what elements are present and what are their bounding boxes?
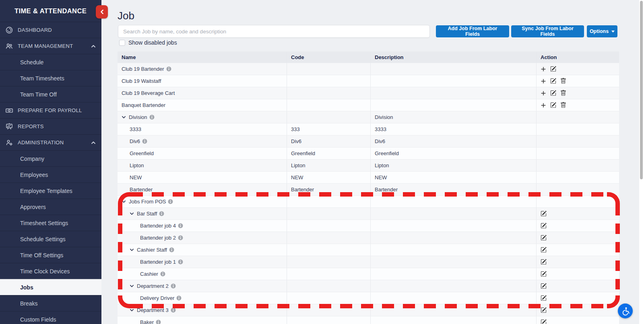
delete-icon[interactable]: [560, 102, 566, 108]
sync-job-from-labor-fields-button[interactable]: Sync Job From Labor Fields: [511, 25, 584, 37]
sidebar-item-custom-fields[interactable]: Custom Fields: [0, 311, 101, 324]
sidebar-item-prepare-for-payroll[interactable]: PREPARE FOR PAYROLL: [0, 102, 101, 118]
job-code: [287, 220, 370, 232]
info-icon[interactable]: [178, 235, 183, 240]
table-row: Lipton Lipton Lipton: [118, 159, 619, 171]
edit-icon[interactable]: [541, 295, 547, 301]
info-icon[interactable]: [160, 271, 165, 277]
job-code: [287, 99, 370, 111]
show-disabled-jobs-checkbox[interactable]: [119, 40, 125, 46]
edit-icon[interactable]: [550, 78, 556, 84]
job-description: [370, 244, 536, 256]
job-name: Club 19 Waitstaff: [122, 78, 161, 84]
info-icon[interactable]: [168, 199, 173, 204]
sidebar-item-administration[interactable]: ADMINISTRATION: [0, 134, 101, 150]
main-content: Job Add Job From Labor Fields Sync Job F…: [101, 0, 644, 324]
jobs-table: Name Code Description Action Club 19 Bar…: [118, 51, 619, 324]
table-row-group: Cashier Staff: [118, 244, 619, 256]
job-description: [370, 304, 536, 316]
chevron-down-icon[interactable]: [122, 199, 126, 204]
payroll-icon: [5, 107, 13, 115]
job-code: [287, 268, 370, 280]
sidebar-item-time-clock-devices[interactable]: Time Clock Devices: [0, 263, 101, 279]
job-name: Bartender job 2: [140, 235, 176, 241]
add-icon[interactable]: [541, 90, 546, 96]
info-icon[interactable]: [178, 223, 183, 228]
table-row: Bartender job 2: [118, 232, 619, 244]
add-icon[interactable]: [541, 78, 546, 84]
job-name: Cashier Staff: [137, 247, 167, 253]
edit-icon[interactable]: [550, 66, 556, 72]
delete-icon[interactable]: [560, 78, 566, 84]
info-icon[interactable]: [169, 247, 174, 252]
job-description: [370, 232, 536, 244]
sidebar-collapse-button[interactable]: [96, 5, 108, 18]
add-icon[interactable]: [541, 66, 546, 72]
job-name: Club 19 Bartender: [122, 66, 164, 72]
info-icon[interactable]: [176, 295, 182, 301]
sidebar-item-label: DASHBOARD: [18, 27, 52, 33]
vertical-scrollbar[interactable]: [639, 0, 644, 324]
edit-icon[interactable]: [541, 247, 547, 253]
sidebar-item-time-off-settings[interactable]: Time Off Settings: [0, 247, 101, 263]
chevron-down-icon[interactable]: [130, 211, 134, 216]
job-name: Division: [129, 114, 147, 120]
sidebar-item-approvers[interactable]: Approvers: [0, 199, 101, 215]
sidebar-item-reports[interactable]: REPORTS: [0, 118, 101, 134]
job-code: [287, 292, 370, 304]
edit-icon[interactable]: [541, 223, 547, 229]
add-job-from-labor-fields-button[interactable]: Add Job From Labor Fields: [436, 25, 509, 37]
job-description: [370, 316, 536, 324]
info-icon[interactable]: [159, 211, 164, 216]
info-icon[interactable]: [149, 115, 155, 120]
sidebar-item-employees[interactable]: Employees: [0, 166, 101, 183]
edit-icon[interactable]: [541, 235, 547, 241]
sidebar-item-team-time-off[interactable]: Team Time Off: [0, 86, 101, 102]
edit-icon[interactable]: [541, 319, 547, 324]
edit-icon[interactable]: [541, 271, 547, 277]
info-icon[interactable]: [178, 259, 183, 265]
edit-icon[interactable]: [550, 90, 556, 96]
chevron-down-icon[interactable]: [130, 284, 134, 288]
scrollbar-thumb[interactable]: [640, 1, 643, 179]
sidebar-item-dashboard[interactable]: DASHBOARD: [0, 22, 101, 38]
search-input[interactable]: [118, 25, 430, 38]
sidebar-item-timesheet-settings[interactable]: Timesheet Settings: [0, 215, 101, 231]
job-code: [287, 196, 370, 207]
job-name: Bartender job 4: [140, 223, 176, 229]
edit-icon[interactable]: [541, 211, 547, 217]
chevron-left-icon: [99, 9, 105, 14]
edit-icon[interactable]: [541, 283, 547, 289]
info-icon[interactable]: [142, 139, 147, 144]
edit-icon[interactable]: [541, 307, 547, 313]
edit-icon[interactable]: [541, 259, 547, 265]
info-icon[interactable]: [156, 320, 161, 324]
sidebar-item-schedule-settings[interactable]: Schedule Settings: [0, 231, 101, 247]
options-button[interactable]: Options: [587, 25, 617, 37]
sidebar-item-breaks[interactable]: Breaks: [0, 295, 101, 311]
sidebar-item-jobs[interactable]: Jobs: [0, 279, 101, 295]
info-icon[interactable]: [166, 66, 171, 72]
sidebar-item-company[interactable]: Company: [0, 150, 101, 166]
table-row: NEW NEW NEW: [118, 171, 619, 183]
delete-icon[interactable]: [560, 90, 566, 96]
job-code: [287, 75, 370, 87]
column-header-action: Action: [536, 51, 619, 63]
chevron-down-icon[interactable]: [130, 308, 134, 312]
job-description: Bartender: [370, 184, 536, 195]
sidebar-item-schedule[interactable]: Schedule: [0, 54, 101, 70]
sidebar-item-team-timesheets[interactable]: Team Timesheets: [0, 70, 101, 86]
sidebar-item-employee-templates[interactable]: Employee Templates: [0, 183, 101, 199]
chevron-down-icon[interactable]: [122, 115, 126, 119]
job-code: [287, 304, 370, 316]
chevron-down-icon[interactable]: [130, 248, 134, 252]
add-icon[interactable]: [541, 103, 546, 108]
checkbox-label: Show disabled jobs: [128, 39, 177, 46]
info-icon[interactable]: [171, 283, 176, 289]
table-row: Div6 Div6 Div6: [118, 135, 619, 147]
sidebar-item-team-management[interactable]: TEAM MANAGEMENT: [0, 38, 101, 54]
job-description: [370, 292, 536, 304]
edit-icon[interactable]: [550, 102, 556, 108]
accessibility-button[interactable]: [618, 303, 633, 318]
info-icon[interactable]: [171, 308, 176, 313]
